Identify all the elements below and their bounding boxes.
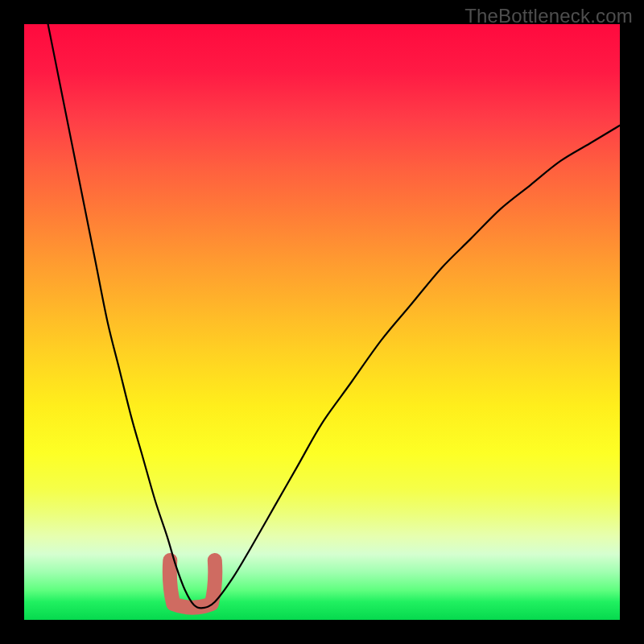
plot-area [24,24,620,620]
chart-frame: TheBottleneck.com [0,0,644,644]
curve-layer [24,24,620,620]
bottleneck-curve [48,24,620,608]
